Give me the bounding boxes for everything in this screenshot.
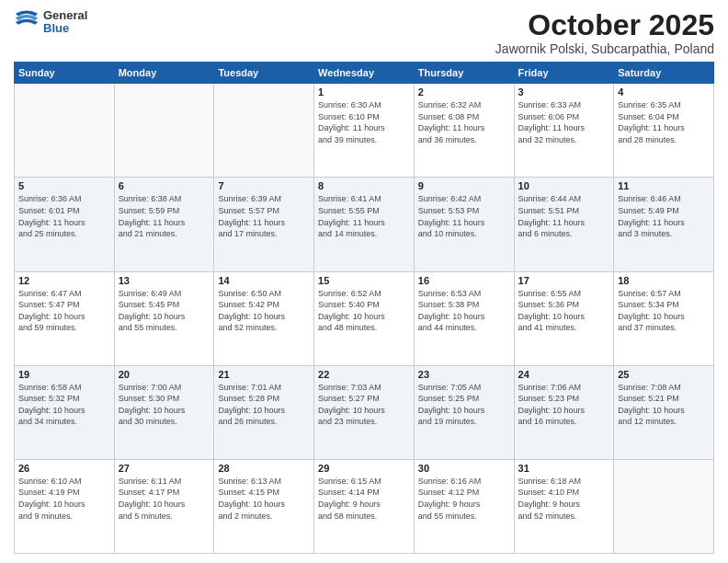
day-number: 4 [618,86,710,98]
table-row: 1Sunrise: 6:30 AM Sunset: 6:10 PM Daylig… [314,84,415,178]
day-info: Sunrise: 6:33 AM Sunset: 6:06 PM Dayligh… [518,99,610,145]
table-row: 25Sunrise: 7:08 AM Sunset: 5:21 PM Dayli… [614,365,714,459]
table-row: 4Sunrise: 6:35 AM Sunset: 6:04 PM Daylig… [614,84,714,178]
calendar-week-row: 12Sunrise: 6:47 AM Sunset: 5:47 PM Dayli… [15,271,714,365]
day-number: 25 [618,369,710,380]
day-number: 27 [119,463,210,474]
day-info: Sunrise: 6:39 AM Sunset: 5:57 PM Dayligh… [218,193,310,239]
logo-icon [14,9,40,35]
col-saturday: Saturday [614,63,714,84]
col-friday: Friday [514,63,614,84]
day-number: 10 [518,180,610,191]
day-info: Sunrise: 6:53 AM Sunset: 5:38 PM Dayligh… [418,288,510,334]
logo-blue: Blue [43,22,87,35]
day-info: Sunrise: 6:13 AM Sunset: 4:15 PM Dayligh… [218,476,310,522]
table-row: 7Sunrise: 6:39 AM Sunset: 5:57 PM Daylig… [214,178,314,271]
day-info: Sunrise: 6:36 AM Sunset: 6:01 PM Dayligh… [18,193,110,239]
day-number: 8 [318,180,410,191]
table-row: 3Sunrise: 6:33 AM Sunset: 6:06 PM Daylig… [514,84,614,178]
day-info: Sunrise: 6:18 AM Sunset: 4:10 PM Dayligh… [518,476,610,522]
day-number: 30 [418,463,510,474]
day-number: 23 [418,369,510,380]
day-number: 5 [18,180,110,191]
table-row [15,84,115,178]
day-number: 2 [418,86,510,98]
day-info: Sunrise: 7:00 AM Sunset: 5:30 PM Dayligh… [119,382,210,428]
day-info: Sunrise: 6:35 AM Sunset: 6:04 PM Dayligh… [618,99,710,145]
day-info: Sunrise: 7:08 AM Sunset: 5:21 PM Dayligh… [618,382,710,428]
day-number: 15 [318,275,410,286]
day-number: 21 [218,369,310,380]
day-info: Sunrise: 6:41 AM Sunset: 5:55 PM Dayligh… [318,193,410,239]
day-info: Sunrise: 6:30 AM Sunset: 6:10 PM Dayligh… [318,99,410,145]
table-row: 27Sunrise: 6:11 AM Sunset: 4:17 PM Dayli… [114,459,214,553]
table-row: 6Sunrise: 6:38 AM Sunset: 5:59 PM Daylig… [114,178,214,271]
table-row: 8Sunrise: 6:41 AM Sunset: 5:55 PM Daylig… [314,178,415,271]
day-number: 28 [218,463,310,474]
day-info: Sunrise: 7:05 AM Sunset: 5:25 PM Dayligh… [418,382,510,428]
day-info: Sunrise: 6:38 AM Sunset: 5:59 PM Dayligh… [119,193,210,239]
day-info: Sunrise: 6:11 AM Sunset: 4:17 PM Dayligh… [119,476,210,522]
day-number: 6 [119,180,210,191]
day-info: Sunrise: 7:06 AM Sunset: 5:23 PM Dayligh… [518,382,610,428]
day-number: 1 [318,86,410,98]
day-info: Sunrise: 6:47 AM Sunset: 5:47 PM Dayligh… [18,288,110,334]
day-number: 17 [518,275,610,286]
day-info: Sunrise: 6:52 AM Sunset: 5:40 PM Dayligh… [318,288,410,334]
day-number: 14 [218,275,310,286]
logo: General Blue [14,9,87,36]
day-number: 12 [18,275,110,286]
table-row: 29Sunrise: 6:15 AM Sunset: 4:14 PM Dayli… [314,459,415,553]
day-number: 22 [318,369,410,380]
day-number: 24 [518,369,610,380]
day-info: Sunrise: 6:55 AM Sunset: 5:36 PM Dayligh… [518,288,610,334]
col-sunday: Sunday [15,63,115,84]
header: General Blue October 2025 Jawornik Polsk… [14,9,714,56]
day-info: Sunrise: 6:49 AM Sunset: 5:45 PM Dayligh… [119,288,210,334]
table-row: 19Sunrise: 6:58 AM Sunset: 5:32 PM Dayli… [15,365,115,459]
calendar-table: Sunday Monday Tuesday Wednesday Thursday… [14,62,714,554]
day-number: 19 [18,369,110,380]
table-row: 10Sunrise: 6:44 AM Sunset: 5:51 PM Dayli… [514,178,614,271]
col-wednesday: Wednesday [314,63,415,84]
table-row: 20Sunrise: 7:00 AM Sunset: 5:30 PM Dayli… [114,365,214,459]
table-row: 13Sunrise: 6:49 AM Sunset: 5:45 PM Dayli… [114,271,214,365]
table-row [114,84,214,178]
day-number: 31 [518,463,610,474]
title-block: October 2025 Jawornik Polski, Subcarpath… [495,9,714,56]
table-row: 18Sunrise: 6:57 AM Sunset: 5:34 PM Dayli… [614,271,714,365]
calendar-header-row: Sunday Monday Tuesday Wednesday Thursday… [15,63,714,84]
table-row: 24Sunrise: 7:06 AM Sunset: 5:23 PM Dayli… [514,365,614,459]
calendar-subtitle: Jawornik Polski, Subcarpathia, Poland [495,41,714,56]
day-info: Sunrise: 6:10 AM Sunset: 4:19 PM Dayligh… [18,476,110,522]
day-number: 29 [318,463,410,474]
day-number: 3 [518,86,610,98]
table-row [214,84,314,178]
table-row [614,459,714,553]
calendar-week-row: 5Sunrise: 6:36 AM Sunset: 6:01 PM Daylig… [15,178,714,271]
table-row: 5Sunrise: 6:36 AM Sunset: 6:01 PM Daylig… [15,178,115,271]
table-row: 2Sunrise: 6:32 AM Sunset: 6:08 PM Daylig… [414,84,514,178]
day-info: Sunrise: 6:15 AM Sunset: 4:14 PM Dayligh… [318,476,410,522]
day-number: 26 [18,463,110,474]
table-row: 17Sunrise: 6:55 AM Sunset: 5:36 PM Dayli… [514,271,614,365]
day-info: Sunrise: 6:32 AM Sunset: 6:08 PM Dayligh… [418,99,510,145]
day-number: 13 [119,275,210,286]
day-info: Sunrise: 6:46 AM Sunset: 5:49 PM Dayligh… [618,193,710,239]
day-info: Sunrise: 6:50 AM Sunset: 5:42 PM Dayligh… [218,288,310,334]
day-number: 11 [618,180,710,191]
table-row: 22Sunrise: 7:03 AM Sunset: 5:27 PM Dayli… [314,365,415,459]
table-row: 11Sunrise: 6:46 AM Sunset: 5:49 PM Dayli… [614,178,714,271]
table-row: 31Sunrise: 6:18 AM Sunset: 4:10 PM Dayli… [514,459,614,553]
col-tuesday: Tuesday [214,63,314,84]
table-row: 30Sunrise: 6:16 AM Sunset: 4:12 PM Dayli… [414,459,514,553]
day-number: 9 [418,180,510,191]
col-thursday: Thursday [414,63,514,84]
day-info: Sunrise: 7:01 AM Sunset: 5:28 PM Dayligh… [218,382,310,428]
logo-text: General Blue [43,9,87,36]
table-row: 21Sunrise: 7:01 AM Sunset: 5:28 PM Dayli… [214,365,314,459]
table-row: 16Sunrise: 6:53 AM Sunset: 5:38 PM Dayli… [414,271,514,365]
day-number: 7 [218,180,310,191]
day-info: Sunrise: 6:16 AM Sunset: 4:12 PM Dayligh… [418,476,510,522]
calendar-title: October 2025 [495,9,714,41]
